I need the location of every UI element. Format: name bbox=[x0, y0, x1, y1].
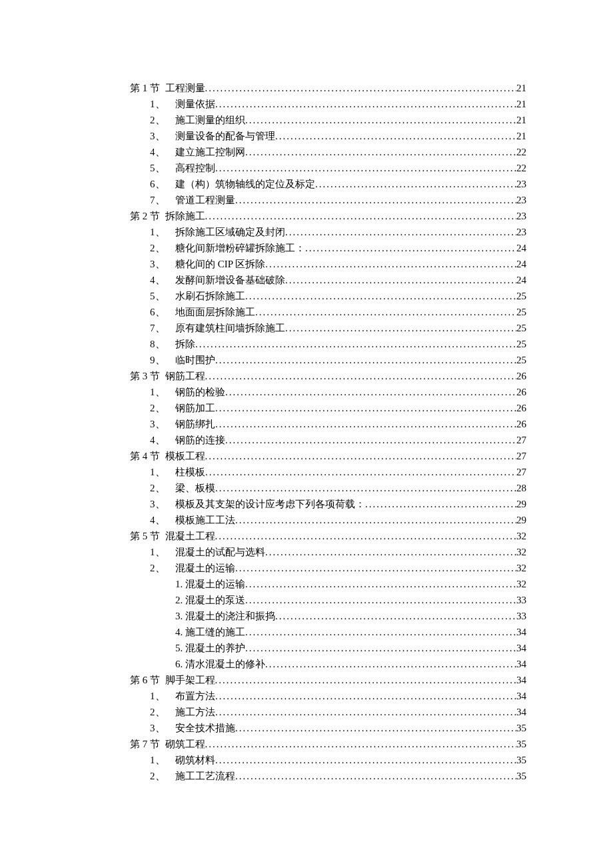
toc-item-label: 4、 bbox=[150, 272, 175, 288]
toc-entry[interactable]: 5、水刷石拆除施工25 bbox=[130, 288, 526, 304]
toc-entry[interactable]: 6、地面面层拆除施工25 bbox=[130, 304, 526, 320]
toc-entry[interactable]: 1、混凝土的试配与选料32 bbox=[130, 544, 526, 560]
toc-entry[interactable]: 1. 混凝土的运输32 bbox=[130, 576, 526, 592]
toc-page-number: 24 bbox=[516, 240, 526, 256]
toc-entry[interactable]: 2、混凝土的运输32 bbox=[130, 560, 526, 576]
toc-leader-dots bbox=[215, 96, 516, 112]
toc-entry[interactable]: 3、糖化间的 CIP 区拆除24 bbox=[130, 256, 526, 272]
toc-entry[interactable]: 2、梁、板模28 bbox=[130, 480, 526, 496]
toc-item-label: 1、 bbox=[150, 688, 175, 704]
toc-title: 工程测量 bbox=[165, 80, 205, 96]
toc-title: 4. 施工缝的施工 bbox=[175, 624, 245, 640]
toc-leader-dots bbox=[245, 640, 516, 656]
toc-entry[interactable]: 第 3 节 钢筋工程26 bbox=[130, 368, 526, 384]
toc-title: 建（构）筑物轴线的定位及标定 bbox=[175, 176, 315, 192]
toc-title: 3. 混凝土的浇注和振捣 bbox=[175, 608, 275, 624]
toc-leader-dots bbox=[205, 208, 517, 224]
toc-page-number: 35 bbox=[516, 768, 526, 784]
toc-page-number: 23 bbox=[516, 176, 526, 192]
toc-leader-dots bbox=[245, 576, 516, 592]
toc-entry[interactable]: 4、建立施工控制网22 bbox=[130, 144, 526, 160]
toc-entry[interactable]: 3、安全技术措施35 bbox=[130, 720, 526, 736]
toc-page-number: 27 bbox=[516, 448, 526, 464]
toc-page-number: 23 bbox=[516, 224, 526, 240]
toc-entry[interactable]: 2、糖化间新增粉碎罐拆除施工：24 bbox=[130, 240, 526, 256]
toc-entry[interactable]: 1、布置方法34 bbox=[130, 688, 526, 704]
toc-entry[interactable]: 第 1 节 工程测量21 bbox=[130, 80, 526, 96]
toc-title: 脚手架工程 bbox=[165, 672, 215, 688]
toc-page-number: 29 bbox=[516, 512, 526, 528]
toc-entry[interactable]: 4、模板施工工法29 bbox=[130, 512, 526, 528]
toc-title: 5. 混凝土的养护 bbox=[175, 640, 245, 656]
toc-leader-dots bbox=[215, 480, 516, 496]
toc-entry[interactable]: 第 2 节 拆除施工23 bbox=[130, 208, 526, 224]
toc-title: 钢筋的检验 bbox=[175, 384, 225, 400]
toc-entry[interactable]: 第 7 节 砌筑工程35 bbox=[130, 736, 526, 752]
toc-entry[interactable]: 第 6 节 脚手架工程34 bbox=[130, 672, 526, 688]
toc-leader-dots bbox=[265, 656, 516, 672]
toc-title: 地面面层拆除施工 bbox=[175, 304, 255, 320]
toc-leader-dots bbox=[205, 736, 517, 752]
toc-entry[interactable]: 3、测量设备的配备与管理21 bbox=[130, 128, 526, 144]
toc-entry[interactable]: 2、施工测量的组织21 bbox=[130, 112, 526, 128]
toc-entry[interactable]: 1、拆除施工区域确定及封闭23 bbox=[130, 224, 526, 240]
toc-item-label: 3、 bbox=[150, 416, 175, 432]
toc-title: 施工测量的组织 bbox=[175, 112, 245, 128]
toc-entry[interactable]: 3. 混凝土的浇注和振捣33 bbox=[130, 608, 526, 624]
toc-page-number: 22 bbox=[516, 144, 526, 160]
toc-title: 砌筑材料 bbox=[175, 752, 215, 768]
toc-entry[interactable]: 6. 清水混凝土的修补34 bbox=[130, 656, 526, 672]
toc-entry[interactable]: 4、发酵间新增设备基础破除24 bbox=[130, 272, 526, 288]
toc-page-number: 25 bbox=[516, 304, 526, 320]
toc-entry[interactable]: 1、柱模板27 bbox=[130, 464, 526, 480]
toc-entry[interactable]: 第 5 节 混凝土工程32 bbox=[130, 528, 526, 544]
toc-item-label: 2、 bbox=[150, 704, 175, 720]
toc-leader-dots bbox=[215, 672, 517, 688]
toc-leader-dots bbox=[245, 288, 516, 304]
toc-entry[interactable]: 7、原有建筑柱间墙拆除施工25 bbox=[130, 320, 526, 336]
toc-entry[interactable]: 7、管道工程测量23 bbox=[130, 192, 526, 208]
toc-title: 6. 清水混凝土的修补 bbox=[175, 656, 265, 672]
toc-entry[interactable]: 4、钢筋的连接27 bbox=[130, 432, 526, 448]
toc-entry[interactable]: 6、建（构）筑物轴线的定位及标定23 bbox=[130, 176, 526, 192]
toc-item-label: 2、 bbox=[150, 560, 175, 576]
toc-entry[interactable]: 4. 施工缝的施工34 bbox=[130, 624, 526, 640]
toc-section-label: 第 4 节 bbox=[130, 448, 160, 464]
toc-entry[interactable]: 3、钢筋绑扎26 bbox=[130, 416, 526, 432]
toc-item-label: 9、 bbox=[150, 352, 175, 368]
toc-title: 钢筋的连接 bbox=[175, 432, 225, 448]
toc-leader-dots bbox=[215, 528, 517, 544]
toc-entry[interactable]: 2、施工工艺流程35 bbox=[130, 768, 526, 784]
toc-entry[interactable]: 3、模板及其支架的设计应考虑下列各项荷载：29 bbox=[130, 496, 526, 512]
toc-page-number: 25 bbox=[516, 288, 526, 304]
toc-entry[interactable]: 2. 混凝土的泵送33 bbox=[130, 592, 526, 608]
toc-section-label: 第 7 节 bbox=[130, 736, 160, 752]
toc-leader-dots bbox=[235, 720, 516, 736]
toc-leader-dots bbox=[205, 368, 517, 384]
toc-item-label: 3、 bbox=[150, 128, 175, 144]
toc-entry[interactable]: 8、拆除25 bbox=[130, 336, 526, 352]
toc-leader-dots bbox=[275, 128, 516, 144]
toc-leader-dots bbox=[235, 768, 516, 784]
toc-leader-dots bbox=[255, 304, 516, 320]
toc-title: 2. 混凝土的泵送 bbox=[175, 592, 245, 608]
toc-entry[interactable]: 1、钢筋的检验26 bbox=[130, 384, 526, 400]
toc-section-label: 第 2 节 bbox=[130, 208, 160, 224]
toc-item-label: 4、 bbox=[150, 512, 175, 528]
toc-entry[interactable]: 1、测量依据21 bbox=[130, 96, 526, 112]
toc-entry[interactable]: 9、临时围护25 bbox=[130, 352, 526, 368]
toc-entry[interactable]: 2、施工方法34 bbox=[130, 704, 526, 720]
toc-title: 管道工程测量 bbox=[175, 192, 235, 208]
toc-item-label: 6、 bbox=[150, 304, 175, 320]
toc-entry[interactable]: 1、砌筑材料35 bbox=[130, 752, 526, 768]
toc-entry[interactable]: 第 4 节 模板工程27 bbox=[130, 448, 526, 464]
toc-page-number: 34 bbox=[516, 704, 526, 720]
toc-leader-dots bbox=[225, 432, 516, 448]
toc-entry[interactable]: 2、钢筋加工26 bbox=[130, 400, 526, 416]
toc-page-number: 32 bbox=[516, 544, 526, 560]
toc-item-label: 7、 bbox=[150, 320, 175, 336]
toc-entry[interactable]: 5. 混凝土的养护34 bbox=[130, 640, 526, 656]
toc-leader-dots bbox=[265, 544, 516, 560]
toc-entry[interactable]: 5、高程控制22 bbox=[130, 160, 526, 176]
toc-leader-dots bbox=[275, 608, 516, 624]
